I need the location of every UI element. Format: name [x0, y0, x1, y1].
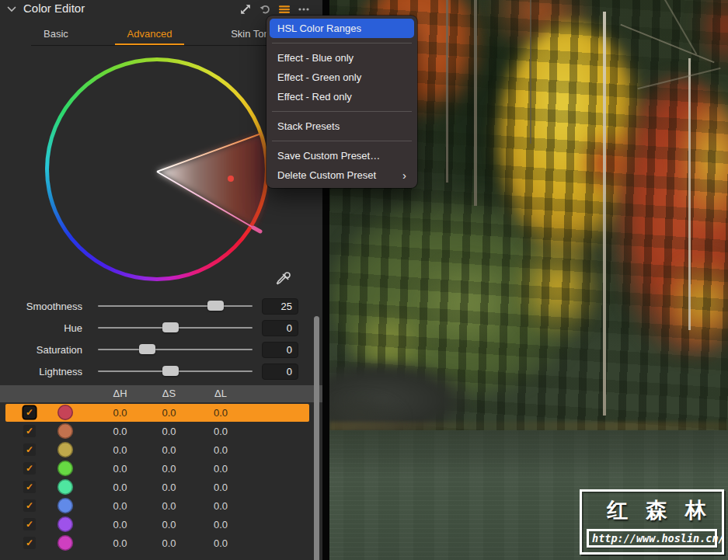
picked-color-dot[interactable] [228, 176, 234, 182]
chevron-right-icon: › [402, 165, 406, 185]
delta-value: 0.0 [103, 497, 138, 515]
row-checkbox[interactable]: ✓ [23, 481, 36, 493]
smoothness-slider[interactable] [98, 295, 253, 317]
smoothness-label: Smoothness [0, 301, 82, 312]
expand-icon[interactable] [239, 3, 252, 16]
delta-value: 0.0 [202, 460, 239, 478]
saturation-track[interactable] [98, 349, 253, 350]
menu-item-label: Effect - Blue only [277, 48, 354, 68]
color-range-row[interactable]: ✓0.00.00.0 [5, 534, 309, 552]
color-wheel[interactable] [45, 57, 269, 281]
color-swatch[interactable] [57, 442, 73, 457]
smoothness-track[interactable] [98, 305, 253, 307]
menu-item-effect-red-only[interactable]: Effect - Red only [270, 87, 414, 106]
chevron-down-icon[interactable] [6, 5, 17, 13]
eyedropper-icon[interactable] [273, 269, 294, 289]
lightness-handle[interactable] [162, 366, 179, 376]
saturation-handle[interactable] [139, 344, 155, 354]
delta-value: 0.0 [152, 497, 186, 515]
header-icons [239, 3, 310, 16]
color-swatch[interactable] [57, 517, 73, 532]
row-checkbox[interactable]: ✓ [23, 499, 36, 512]
menu-item-label: Effect - Red only [277, 87, 352, 106]
color-range-row[interactable]: ✓0.00.00.0 [5, 516, 309, 534]
watermark-url: http://www.hoslin.cn/ [587, 529, 717, 548]
hue-value[interactable]: 0 [262, 320, 298, 336]
delta-value: 0.0 [152, 423, 186, 440]
color-range-row[interactable]: ✓0.00.00.0 [5, 478, 309, 496]
hue-label: Hue [0, 322, 82, 334]
menu-item-label: Delete Custom Preset [277, 165, 376, 185]
photo-birch-trunk [603, 12, 606, 416]
smoothness-handle[interactable] [207, 301, 224, 311]
hue-slider[interactable] [98, 317, 253, 339]
menu-divider [272, 111, 412, 112]
delta-value: 0.0 [103, 404, 138, 422]
menu-item-effect-blue-only[interactable]: Effect - Blue only [270, 48, 414, 68]
color-range-row[interactable]: ✓0.00.00.0 [5, 460, 309, 478]
smoothness-value[interactable]: 25 [262, 298, 298, 315]
menu-item-label: Effect - Green only [277, 68, 361, 87]
delta-value: 0.0 [202, 404, 239, 422]
row-checkbox[interactable]: ✓ [23, 537, 36, 549]
color-swatch[interactable] [57, 535, 73, 551]
color-swatch[interactable] [57, 498, 73, 513]
delta-value: 0.0 [152, 404, 186, 422]
delta-value: 0.0 [202, 478, 239, 496]
tab-bar: BasicAdvancedSkin Tone [31, 24, 287, 46]
color-swatch[interactable] [57, 479, 73, 495]
menu-item-label: Stack Presets [277, 117, 340, 136]
row-checkbox[interactable]: ✓ [23, 443, 36, 456]
delta-value: 0.0 [103, 516, 138, 534]
menu-item-label: Save Custom Preset… [277, 146, 380, 165]
lightness-slider[interactable] [98, 360, 253, 382]
column-header-dh: ΔH [103, 385, 138, 402]
saturation-slider[interactable] [98, 339, 253, 360]
delta-value: 0.0 [152, 441, 186, 459]
lightness-value[interactable]: 0 [262, 363, 298, 380]
wedge-handle[interactable] [253, 228, 260, 231]
menu-item-delete-custom-preset[interactable]: Delete Custom Preset› [270, 165, 414, 185]
menu-item-save-custom-preset[interactable]: Save Custom Preset… [270, 146, 414, 165]
menu-item-label: HSL Color Ranges [277, 19, 361, 38]
menu-item-hsl-color-ranges[interactable]: HSL Color Ranges [270, 19, 414, 38]
lightness-slider-row: Lightness0 [0, 360, 298, 382]
color-swatch[interactable] [57, 461, 73, 476]
row-checkbox[interactable]: ✓ [23, 406, 36, 419]
tab-advanced[interactable]: Advanced [115, 24, 185, 45]
app-root: Color Editor [0, 0, 728, 560]
delta-value: 0.0 [103, 460, 138, 478]
presets-dropdown-menu: HSL Color RangesEffect - Blue onlyEffect… [266, 16, 417, 188]
delta-value: 0.0 [103, 441, 138, 459]
photo-water-reflection [329, 430, 728, 477]
hamburger-menu-icon[interactable] [278, 3, 291, 16]
menu-item-effect-green-only[interactable]: Effect - Green only [270, 68, 414, 87]
smoothness-slider-row: Smoothness25 [0, 295, 298, 317]
hue-handle[interactable] [162, 322, 179, 332]
color-range-row[interactable]: ✓0.00.00.0 [5, 404, 309, 422]
color-swatch[interactable] [57, 405, 73, 420]
lightness-label: Lightness [0, 366, 82, 377]
saturation-value[interactable]: 0 [262, 342, 298, 358]
tab-basic[interactable]: Basic [31, 24, 81, 43]
color-range-wedge[interactable] [45, 57, 269, 281]
color-swatch[interactable] [57, 423, 73, 439]
color-range-row[interactable]: ✓0.00.00.0 [5, 441, 309, 459]
delta-value: 0.0 [202, 441, 239, 459]
panel-scrollbar[interactable] [314, 316, 319, 560]
row-checkbox[interactable]: ✓ [23, 425, 36, 437]
reset-icon[interactable] [259, 3, 271, 16]
row-checkbox[interactable]: ✓ [23, 462, 36, 475]
color-range-row[interactable]: ✓0.00.00.0 [5, 423, 309, 440]
menu-divider [272, 43, 412, 43]
row-checkbox[interactable]: ✓ [23, 518, 36, 530]
delta-value: 0.0 [152, 516, 186, 534]
saturation-slider-row: Saturation0 [0, 339, 298, 360]
delta-value: 0.0 [152, 534, 186, 552]
menu-item-stack-presets[interactable]: Stack Presets [270, 117, 414, 136]
more-options-icon[interactable] [298, 3, 310, 16]
table-body: ✓0.00.00.0✓0.00.00.0✓0.00.00.0✓0.00.00.0… [0, 404, 322, 552]
color-range-row[interactable]: ✓0.00.00.0 [5, 497, 309, 515]
hue-slider-row: Hue0 [0, 317, 298, 339]
menu-divider [272, 141, 412, 141]
